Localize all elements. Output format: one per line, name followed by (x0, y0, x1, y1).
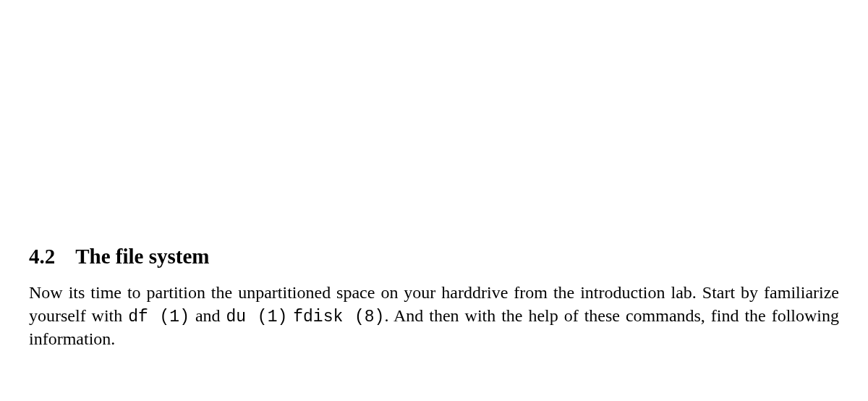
section-number: 4.2 (29, 245, 55, 269)
command-fdisk: fdisk (8) (293, 308, 384, 326)
section-title: The file system (75, 245, 209, 269)
section-heading: 4.2 The file system (29, 245, 839, 269)
document-section: 4.2 The file system Now its time to part… (29, 245, 839, 351)
paragraph-text-2: and (190, 306, 226, 325)
section-paragraph: Now its time to partition the unpartitio… (29, 282, 839, 351)
command-du: du (1) (226, 308, 288, 326)
command-df: df (1) (128, 308, 190, 326)
